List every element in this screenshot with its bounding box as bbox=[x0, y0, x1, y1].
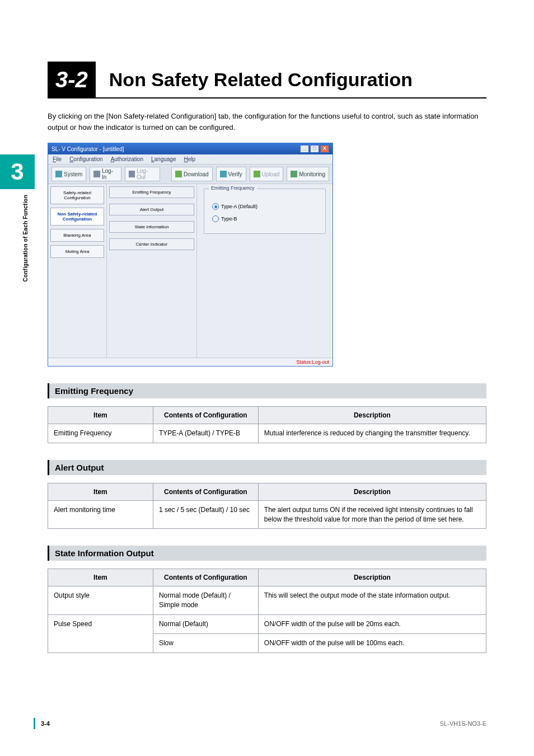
subsection-state-information-output: State Information Output bbox=[48, 546, 486, 561]
nav-muting-area[interactable]: Muting Area bbox=[50, 245, 104, 258]
th-contents: Contents of Configuration bbox=[153, 407, 258, 424]
toolbar-upload-button[interactable]: Upload bbox=[250, 167, 284, 181]
section-title: Non Safety Related Configuration bbox=[109, 69, 413, 91]
cell-item: Output style bbox=[48, 586, 153, 615]
page-number: 3-4 bbox=[41, 720, 50, 727]
chapter-number-badge: 3 bbox=[0, 154, 35, 189]
cfg-center-indicator-button[interactable]: Center Indicator bbox=[109, 238, 194, 250]
nav-safety-related[interactable]: Safety-related Configuration bbox=[50, 186, 104, 204]
upload-icon bbox=[254, 171, 260, 177]
cell-item: Alert monitoring time bbox=[48, 500, 153, 529]
radio-type-b[interactable]: Type-B bbox=[212, 215, 317, 222]
table-row: Alert monitoring time 1 sec / 5 sec (Def… bbox=[48, 500, 486, 529]
cell-desc: The alert output turns ON if the receive… bbox=[258, 500, 486, 529]
config-button-column: Emitting Frequency Alert Output State In… bbox=[107, 184, 197, 358]
page-footer: 3-4 SL-VH1S-NO3-E bbox=[34, 718, 486, 729]
cell-item: Emitting Frequency bbox=[48, 424, 153, 443]
cfg-alert-output-button[interactable]: Alert Output bbox=[109, 204, 194, 215]
table-row: Output style Normal mode (Default) / Sim… bbox=[48, 586, 486, 615]
menu-file[interactable]: File bbox=[53, 156, 62, 162]
section-header: 3-2 Non Safety Related Configuration bbox=[48, 62, 486, 98]
th-item: Item bbox=[48, 407, 153, 424]
nav-non-safety-related[interactable]: Non Safety-related Configuration bbox=[50, 208, 104, 226]
toolbar-login-button[interactable]: Log-In bbox=[90, 167, 121, 181]
app-toolbar: System Log-In Log-Out Download Verify Up… bbox=[48, 165, 332, 184]
cell-desc: This will select the output mode of the … bbox=[258, 586, 486, 615]
alert-output-table: Item Contents of Configuration Descripti… bbox=[48, 483, 486, 529]
toolbar-download-button[interactable]: Download bbox=[171, 167, 212, 181]
state-information-table: Item Contents of Configuration Descripti… bbox=[48, 569, 486, 652]
app-title: SL- V Configurator - [untitled] bbox=[51, 146, 124, 152]
nav-blanking-area[interactable]: Blanking Area bbox=[50, 229, 104, 242]
radio-type-a[interactable]: Type-A (Default) bbox=[212, 203, 317, 210]
document-code: SL-VH1S-NO3-E bbox=[440, 720, 486, 727]
cell-item: Pulse Speed bbox=[48, 614, 153, 652]
th-item: Item bbox=[48, 483, 153, 500]
table-row: Pulse Speed Normal (Default) ON/OFF widt… bbox=[48, 614, 486, 633]
th-contents: Contents of Configuration bbox=[153, 483, 258, 500]
group-title: Emitting Frequency bbox=[209, 185, 257, 191]
logout-icon bbox=[129, 171, 135, 177]
table-row: Emitting Frequency TYPE-A (Default) / TY… bbox=[48, 424, 486, 443]
close-icon[interactable]: X bbox=[320, 145, 329, 153]
cell-desc: ON/OFF width of the pulse will be 20ms e… bbox=[258, 614, 486, 633]
monitoring-icon bbox=[291, 171, 297, 177]
chapter-side-label: Configuration of Each Function bbox=[22, 195, 29, 281]
minimize-icon[interactable]: _ bbox=[300, 145, 309, 153]
status-bar: Status:Log-out bbox=[48, 358, 332, 366]
subsection-emitting-frequency: Emitting Frequency bbox=[48, 383, 486, 398]
intro-paragraph: By clicking on the [Non Safety-related C… bbox=[48, 111, 486, 133]
menu-configuration[interactable]: Configuration bbox=[69, 156, 103, 162]
app-side-nav: Safety-related Configuration Non Safety-… bbox=[48, 184, 107, 358]
cell-conf: TYPE-A (Default) / TYPE-B bbox=[153, 424, 258, 443]
app-window: SL- V Configurator - [untitled] _ □ X Fi… bbox=[48, 143, 333, 367]
maximize-icon[interactable]: □ bbox=[310, 145, 319, 153]
cfg-emitting-frequency-button[interactable]: Emitting Frequency bbox=[109, 186, 194, 198]
subsection-alert-output: Alert Output bbox=[48, 460, 486, 475]
th-description: Description bbox=[258, 569, 486, 586]
toolbar-logout-button[interactable]: Log-Out bbox=[125, 167, 161, 181]
cell-conf: Normal mode (Default) / Simple mode bbox=[153, 586, 258, 615]
cell-conf: Slow bbox=[153, 633, 258, 652]
cell-desc: Mutual interference is reduced by changi… bbox=[258, 424, 486, 443]
system-icon bbox=[55, 171, 62, 177]
config-panel: Emitting Frequency Type-A (Default) Type… bbox=[197, 184, 332, 358]
radio-dot-icon bbox=[212, 203, 219, 210]
section-number: 3-2 bbox=[48, 62, 96, 97]
emitting-frequency-group: Emitting Frequency Type-A (Default) Type… bbox=[204, 189, 326, 234]
menu-authorization[interactable]: Authorization bbox=[111, 156, 143, 162]
toolbar-verify-button[interactable]: Verify bbox=[216, 167, 246, 181]
cfg-state-information-button[interactable]: State Information bbox=[109, 221, 194, 233]
app-titlebar: SL- V Configurator - [untitled] _ □ X bbox=[48, 143, 332, 154]
footer-accent-bar bbox=[34, 718, 35, 729]
th-contents: Contents of Configuration bbox=[153, 569, 258, 586]
app-menubar: File Configuration Authorization Languag… bbox=[48, 154, 332, 165]
cell-conf: 1 sec / 5 sec (Default) / 10 sec bbox=[153, 500, 258, 529]
download-icon bbox=[175, 171, 182, 177]
login-icon bbox=[93, 171, 100, 177]
emitting-frequency-table: Item Contents of Configuration Descripti… bbox=[48, 406, 486, 443]
menu-language[interactable]: Language bbox=[151, 156, 176, 162]
cell-conf: Normal (Default) bbox=[153, 614, 258, 633]
toolbar-monitoring-button[interactable]: Monitoring bbox=[287, 167, 329, 181]
verify-icon bbox=[220, 171, 227, 177]
cell-desc: ON/OFF width of the pulse will be 100ms … bbox=[258, 633, 486, 652]
menu-help[interactable]: Help bbox=[184, 156, 196, 162]
toolbar-system-button[interactable]: System bbox=[51, 167, 86, 181]
th-item: Item bbox=[48, 569, 153, 586]
th-description: Description bbox=[258, 407, 486, 424]
th-description: Description bbox=[258, 483, 486, 500]
radio-dot-icon bbox=[212, 215, 219, 222]
